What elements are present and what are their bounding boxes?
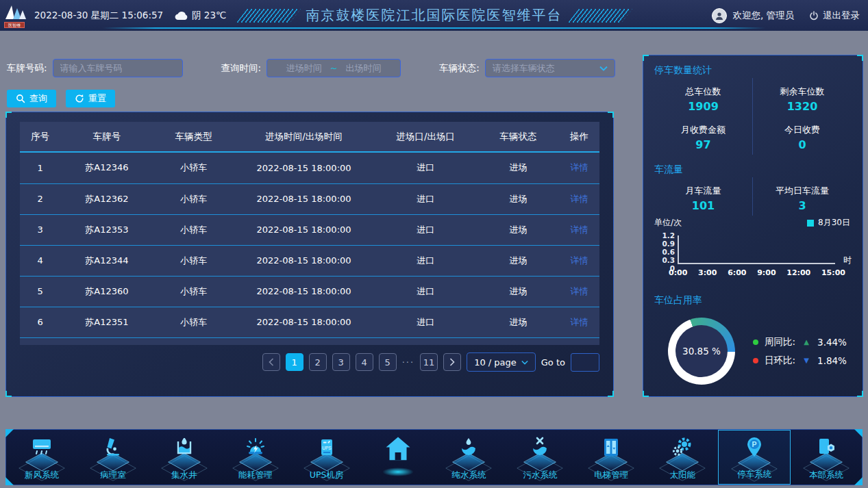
- page-button-4[interactable]: 4: [356, 353, 373, 371]
- corner-accent: [608, 391, 614, 397]
- parking-stats-grid: 总车位数 1909 剩余车位数 1320 月收费金额 97 今日收费 0: [654, 78, 852, 155]
- stat-remaining-spaces: 剩余车位数 1320: [753, 78, 852, 116]
- pure-water-icon: [455, 433, 482, 461]
- detail-link[interactable]: 详情: [570, 317, 588, 327]
- nav-item-ups[interactable]: UPS UPS机房: [291, 430, 362, 485]
- status-select[interactable]: 请选择车辆状态: [485, 59, 615, 77]
- cell-gate: 进口: [373, 307, 478, 337]
- page-button-5[interactable]: 5: [379, 353, 397, 371]
- search-button[interactable]: 查询: [7, 90, 56, 107]
- filter-bar: 车牌号码: 查询时间: 进场时间 ~ 出场时间 车辆状态: 请选择车辆状态: [7, 59, 615, 77]
- page-button-1[interactable]: 1: [286, 353, 303, 371]
- nav-item-label: 停车系统: [719, 469, 790, 480]
- app-logo: 医智维: [4, 3, 29, 28]
- cell-plate: 苏A12344: [60, 245, 153, 276]
- cell-index: 6: [20, 307, 60, 337]
- nav-item-solar[interactable]: 太阳能: [647, 430, 718, 485]
- status-label: 车辆状态:: [439, 62, 480, 75]
- logo-icon: [4, 3, 27, 21]
- prev-page-button[interactable]: [262, 353, 280, 371]
- cell-type: 小轿车: [153, 214, 234, 245]
- cell-type: 小轿车: [153, 183, 234, 214]
- cell-gate: 进口: [373, 183, 478, 214]
- page-size-select[interactable]: 10 / page: [467, 352, 536, 372]
- red-dot-icon: [753, 358, 758, 363]
- last-page-button[interactable]: 11: [420, 353, 438, 371]
- table-row: 3 苏A12353 小轿车 2022-08-15 18:00:00 进口 进场 …: [20, 214, 599, 245]
- nav-item-pure-water[interactable]: 纯水系统: [434, 430, 505, 485]
- refresh-icon: [75, 94, 84, 103]
- cell-index: 1: [20, 153, 60, 183]
- up-triangle-icon: ▲: [802, 338, 811, 346]
- x-tick: 12:00: [786, 268, 810, 277]
- nav-item-elevator[interactable]: 电梯管理: [575, 430, 647, 485]
- detail-link[interactable]: 详情: [570, 162, 588, 172]
- nav-item-parking[interactable]: P 停车系统: [718, 430, 791, 485]
- parking-icon: P: [741, 434, 768, 461]
- nav-item-label: 纯水系统: [434, 470, 505, 481]
- page-button-2[interactable]: 2: [309, 353, 327, 371]
- x-tick: 6:00: [728, 268, 746, 277]
- nav-item-energy[interactable]: 能耗管理: [220, 430, 291, 485]
- nav-item-microscope[interactable]: 病理室: [77, 430, 149, 485]
- goto-page-input[interactable]: [571, 353, 599, 372]
- nav-item-label: 新风系统: [6, 470, 77, 481]
- table-body: 1 苏A12346 小轿车 2022-08-15 18:00:00 进口 进场 …: [20, 153, 599, 345]
- nav-item-sewage[interactable]: 污水系统: [504, 430, 575, 485]
- detail-link[interactable]: 详情: [570, 286, 588, 296]
- legend-day-over-day: 日环比: ▼ 1.84%: [753, 355, 847, 367]
- y-tick: 0.6: [662, 248, 675, 256]
- cell-plate: 苏A12353: [60, 214, 153, 245]
- parking-stats-title: 停车数量统计: [654, 64, 852, 77]
- avatar: [712, 8, 727, 23]
- time-range-picker[interactable]: 进场时间 ~ 出场时间: [266, 59, 401, 77]
- col-status: 车辆状态: [478, 122, 558, 152]
- corner-accent: [854, 429, 863, 437]
- chart-x-axis: 0:003:006:009:0012:0015:00: [669, 268, 845, 277]
- stat-total-spaces: 总车位数 1909: [654, 78, 753, 116]
- cell-time: 2022-08-15 18:00:00: [234, 214, 373, 245]
- page-title: 南京鼓楼医院江北国际医院医智维平台: [306, 6, 562, 25]
- y-tick: 0.9: [662, 240, 675, 248]
- table-row: 6 苏A12351 小轿车 2022-08-15 18:00:00 进口 进场 …: [20, 307, 599, 337]
- detail-link[interactable]: 详情: [570, 255, 588, 266]
- svg-text:UPS: UPS: [322, 446, 332, 450]
- svg-text:P: P: [752, 440, 757, 448]
- logo-text: 医智维: [4, 22, 25, 28]
- datetime-text: 2022-08-30 星期二 15:06:57: [34, 0, 163, 31]
- nav-item-fresh-air[interactable]: 新风系统: [6, 430, 77, 485]
- logout-button[interactable]: 退出登录: [809, 10, 860, 22]
- microscope-icon: [99, 433, 127, 461]
- nav-item-water-well[interactable]: 集水井: [149, 430, 220, 485]
- table-row: 2 苏A12362 小轿车 2022-08-15 18:00:00 进口 进场 …: [20, 183, 599, 214]
- x-tick: 0:00: [669, 268, 687, 277]
- table-row: 5 苏A12360 小轿车 2022-08-15 18:00:00 进口 进场 …: [20, 276, 599, 307]
- detail-link[interactable]: 详情: [570, 224, 588, 235]
- nav-item-home[interactable]: [362, 430, 434, 485]
- time-start-placeholder: 进场时间: [286, 62, 322, 75]
- top-header-bar: 医智维 2022-08-30 星期二 15:06:57 阴 23℃ 南京鼓楼医院…: [0, 0, 868, 31]
- detail-link[interactable]: 详情: [570, 194, 588, 204]
- cell-gate: 进口: [373, 245, 478, 276]
- table-row: 1 苏A12346 小轿车 2022-08-15 18:00:00 进口 进场 …: [20, 153, 599, 183]
- reset-button[interactable]: 重置: [66, 90, 115, 107]
- plate-input[interactable]: [53, 59, 183, 77]
- chevron-down-icon: [521, 360, 528, 365]
- nav-item-label: 集水井: [149, 470, 220, 481]
- time-filter-group: 查询时间: 进场时间 ~ 出场时间: [221, 59, 401, 77]
- time-end-placeholder: 出场时间: [346, 62, 382, 75]
- cell-index: 2: [20, 183, 60, 214]
- plate-filter-group: 车牌号码:: [7, 59, 183, 77]
- weather-widget: 阴 23℃: [175, 0, 226, 31]
- user-icon: [715, 11, 724, 21]
- nav-item-hq[interactable]: 本部系统: [791, 430, 862, 485]
- cell-plate: 苏A12351: [60, 307, 153, 337]
- table-header: 序号 车牌号 车辆类型 进场时间/出场时间 进场口/出场口 车辆状态 操作: [20, 122, 599, 153]
- y-tick: 0.3: [662, 256, 675, 264]
- nav-item-label: 太阳能: [647, 470, 718, 481]
- next-page-button[interactable]: [443, 353, 461, 371]
- occupancy-widget: 30.85 % 周同比: ▲ 3.44% 日环比: ▼ 1.84%: [654, 318, 852, 385]
- page-button-3[interactable]: 3: [332, 353, 350, 371]
- corner-accent: [857, 55, 863, 61]
- cell-type: 小轿车: [153, 337, 234, 345]
